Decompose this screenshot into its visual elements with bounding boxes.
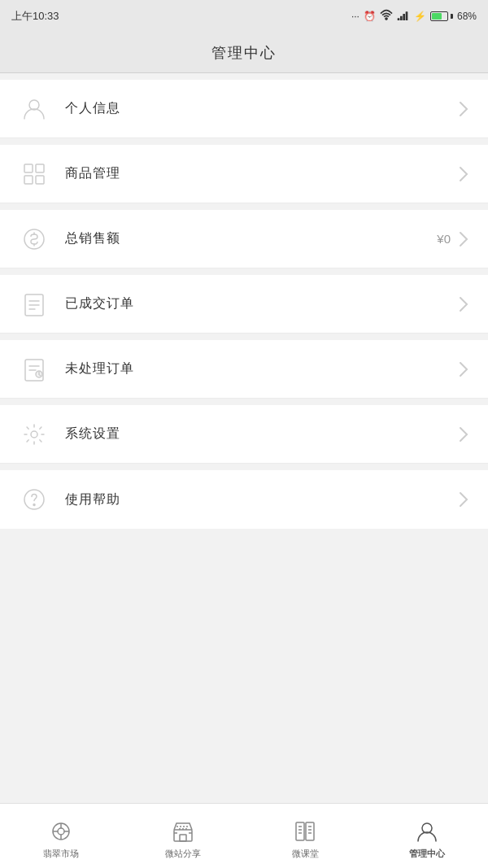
svg-rect-3 — [403, 14, 405, 20]
tab-micro-class[interactable]: 微课堂 — [244, 804, 366, 868]
tab-manage-center-label: 管理中心 — [409, 848, 445, 860]
personal-info-arrow — [455, 101, 472, 117]
menu-item-system-settings[interactable]: 系统设置 — [0, 405, 488, 464]
money-icon — [16, 221, 52, 257]
signal-bars-icon — [397, 9, 410, 24]
svg-rect-4 — [406, 11, 408, 20]
battery-icon — [430, 11, 453, 21]
tab-jade-market-label: 翡翠市场 — [43, 848, 79, 860]
tab-manage-center[interactable]: 管理中心 — [366, 804, 488, 868]
help-label: 使用帮助 — [65, 491, 451, 508]
user-center-icon — [415, 819, 439, 844]
nav-title: 管理中心 — [211, 43, 277, 63]
completed-orders-label: 已成交订单 — [65, 295, 451, 312]
menu-item-product-manage[interactable]: 商品管理 — [0, 145, 488, 203]
svg-rect-1 — [398, 18, 400, 20]
status-bar: 上午10:33 ··· ⏰ ⚡ 68% — [0, 0, 488, 33]
divider-5 — [0, 399, 488, 405]
tab-micro-class-label: 微课堂 — [292, 848, 319, 860]
tab-wechat-share-label: 微站分享 — [165, 848, 201, 860]
wifi-icon — [380, 9, 393, 24]
settings-icon — [16, 417, 52, 452]
divider-3 — [0, 268, 488, 275]
svg-rect-2 — [400, 15, 403, 20]
svg-rect-7 — [36, 164, 44, 172]
total-sales-arrow — [455, 231, 472, 247]
total-sales-value: ¥0 — [437, 232, 451, 246]
divider-1 — [0, 138, 488, 145]
nav-bar: 管理中心 — [0, 33, 488, 73]
status-time: 上午10:33 — [11, 9, 59, 24]
signal-dots-icon: ··· — [351, 11, 359, 22]
divider-4 — [0, 334, 488, 340]
menu-section: 个人信息 商品管理 — [0, 80, 488, 529]
svg-point-5 — [29, 100, 39, 110]
pending-icon — [16, 351, 52, 387]
menu-item-completed-orders[interactable]: 已成交订单 — [0, 275, 488, 334]
grid-icon — [16, 156, 52, 192]
status-indicators: ··· ⏰ ⚡ 68% — [351, 9, 477, 24]
total-sales-label: 总销售额 — [65, 230, 437, 247]
svg-point-18 — [58, 828, 64, 835]
menu-item-personal-info[interactable]: 个人信息 — [0, 80, 488, 138]
tab-jade-market[interactable]: 翡翠市场 — [0, 804, 122, 868]
svg-point-0 — [386, 18, 387, 20]
svg-point-14 — [31, 431, 37, 438]
alarm-icon: ⏰ — [364, 11, 376, 22]
personal-info-label: 个人信息 — [65, 100, 451, 117]
pending-orders-arrow — [455, 361, 472, 377]
system-settings-label: 系统设置 — [65, 425, 451, 443]
product-manage-label: 商品管理 — [65, 165, 451, 182]
help-arrow — [455, 491, 472, 508]
system-settings-arrow — [455, 426, 472, 443]
main-content: 个人信息 商品管理 — [0, 73, 488, 803]
svg-rect-24 — [180, 835, 186, 841]
divider-2 — [0, 203, 488, 210]
divider-6 — [0, 464, 488, 470]
person-icon — [16, 91, 52, 127]
jade-icon — [49, 819, 73, 844]
svg-rect-6 — [24, 164, 33, 172]
lightning-icon: ⚡ — [414, 11, 426, 22]
svg-point-33 — [422, 823, 432, 833]
menu-item-total-sales[interactable]: 总销售额 ¥0 — [0, 210, 488, 268]
svg-rect-9 — [36, 176, 44, 184]
svg-rect-23 — [174, 830, 192, 841]
svg-rect-25 — [296, 822, 304, 840]
completed-orders-arrow — [455, 296, 472, 312]
book-icon — [293, 819, 317, 844]
product-manage-arrow — [455, 166, 472, 182]
order-icon — [16, 286, 52, 322]
shop-icon — [171, 819, 195, 844]
pending-orders-label: 未处理订单 — [65, 360, 451, 377]
help-icon — [16, 482, 52, 517]
tab-bar: 翡翠市场 微站分享 — [0, 803, 488, 868]
svg-point-16 — [33, 504, 35, 506]
svg-rect-8 — [24, 176, 33, 184]
battery-percent: 68% — [457, 11, 477, 22]
menu-item-pending-orders[interactable]: 未处理订单 — [0, 340, 488, 399]
tab-wechat-share[interactable]: 微站分享 — [122, 804, 244, 868]
svg-rect-26 — [306, 822, 314, 840]
menu-item-help[interactable]: 使用帮助 — [0, 470, 488, 529]
